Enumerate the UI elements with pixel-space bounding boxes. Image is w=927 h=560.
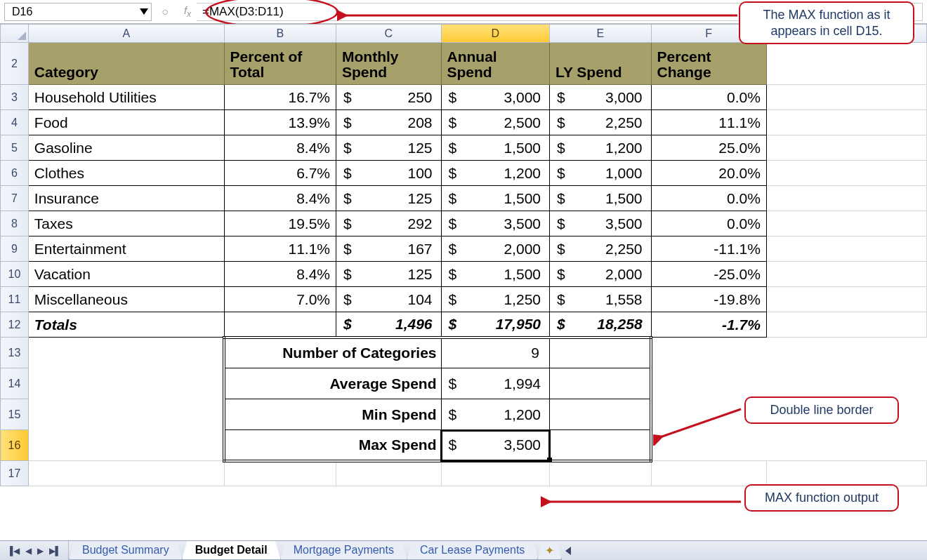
cell-A17[interactable] <box>28 461 224 486</box>
select-all-corner[interactable] <box>1 25 29 43</box>
cell-B9[interactable]: 11.1% <box>224 236 336 262</box>
cell-B11[interactable]: 7.0% <box>224 287 336 312</box>
cell-E6[interactable]: $1,000 <box>550 161 652 186</box>
tab-nav-prev-icon[interactable]: ◀ <box>24 546 33 556</box>
cell-A16[interactable] <box>28 430 224 461</box>
row-header-2[interactable]: 2 <box>1 43 29 85</box>
cell-A13[interactable] <box>28 338 224 368</box>
cell-G3[interactable] <box>766 85 926 110</box>
cell-BC16[interactable]: Max Spend <box>224 430 441 461</box>
cell-C6[interactable]: $100 <box>336 161 442 186</box>
cell-E3[interactable]: $3,000 <box>550 85 652 110</box>
cell-D2[interactable]: Annual Spend <box>441 43 549 85</box>
cell-B12[interactable] <box>224 312 336 338</box>
cell-A6[interactable]: Clothes <box>28 161 224 186</box>
row-header-5[interactable]: 5 <box>1 135 29 161</box>
cell-C12[interactable]: $1,496 <box>336 312 442 338</box>
cell-G8[interactable] <box>766 211 926 236</box>
cell-B5[interactable]: 8.4% <box>224 135 336 161</box>
cell-F5[interactable]: 25.0% <box>651 135 766 161</box>
cell-A9[interactable]: Entertainment <box>28 236 224 262</box>
cell-D3[interactable]: $3,000 <box>441 85 549 110</box>
cell-G9[interactable] <box>766 236 926 262</box>
spreadsheet-grid[interactable]: A B C D E F 2 Category Percent of Total … <box>0 24 927 540</box>
cell-C4[interactable]: $208 <box>336 110 442 135</box>
col-header-C[interactable]: C <box>336 25 442 43</box>
cell-G5[interactable] <box>766 135 926 161</box>
cell-E14[interactable] <box>550 368 652 399</box>
cell-C5[interactable]: $125 <box>336 135 442 161</box>
row-header-4[interactable]: 4 <box>1 110 29 135</box>
cell-C17[interactable] <box>336 461 442 486</box>
row-header-11[interactable]: 11 <box>1 287 29 312</box>
scroll-left-icon[interactable] <box>565 547 571 555</box>
cell-A7[interactable]: Insurance <box>28 186 224 211</box>
cell-E16[interactable] <box>550 430 652 461</box>
cell-G16[interactable] <box>766 430 926 461</box>
row-header-16[interactable]: 16 <box>1 430 29 461</box>
cell-E8[interactable]: $3,500 <box>550 211 652 236</box>
name-box[interactable]: D16 <box>4 3 152 21</box>
cell-B4[interactable]: 13.9% <box>224 110 336 135</box>
cell-B2[interactable]: Percent of Total <box>224 43 336 85</box>
sheet-tab-mortgage-payments[interactable]: Mortgage Payments <box>280 541 407 560</box>
row-header-9[interactable]: 9 <box>1 236 29 262</box>
tab-nav-buttons[interactable]: ▐◀ ◀ ▶ ▶▌ <box>0 541 69 560</box>
cell-E17[interactable] <box>550 461 652 486</box>
cell-F7[interactable]: 0.0% <box>651 186 766 211</box>
cell-A10[interactable]: Vacation <box>28 262 224 287</box>
row-header-7[interactable]: 7 <box>1 186 29 211</box>
tab-nav-last-icon[interactable]: ▶▌ <box>48 546 63 556</box>
cell-E7[interactable]: $1,500 <box>550 186 652 211</box>
cell-D14[interactable]: $1,994 <box>441 368 549 399</box>
cell-D11[interactable]: $1,250 <box>441 287 549 312</box>
row-header-12[interactable]: 12 <box>1 312 29 338</box>
cell-D7[interactable]: $1,500 <box>441 186 549 211</box>
cell-E10[interactable]: $2,000 <box>550 262 652 287</box>
cell-C11[interactable]: $104 <box>336 287 442 312</box>
cell-G12[interactable] <box>766 312 926 338</box>
cell-D12[interactable]: $17,950 <box>441 312 549 338</box>
cell-G13[interactable] <box>766 338 926 368</box>
fx-button[interactable]: fx <box>178 3 197 21</box>
cell-F12[interactable]: -1.7% <box>651 312 766 338</box>
cell-A12[interactable]: Totals <box>28 312 224 338</box>
cell-F2[interactable]: Percent Change <box>651 43 766 85</box>
cell-BC13[interactable]: Number of Categories <box>224 338 441 368</box>
tab-nav-next-icon[interactable]: ▶ <box>36 546 45 556</box>
cell-F17[interactable] <box>651 461 766 486</box>
row-header-8[interactable]: 8 <box>1 211 29 236</box>
cell-D16[interactable]: $3,500 <box>441 430 549 461</box>
cell-C7[interactable]: $125 <box>336 186 442 211</box>
cell-G10[interactable] <box>766 262 926 287</box>
cell-E15[interactable] <box>550 399 652 430</box>
cell-D10[interactable]: $1,500 <box>441 262 549 287</box>
cell-G6[interactable] <box>766 161 926 186</box>
cell-D5[interactable]: $1,500 <box>441 135 549 161</box>
col-header-D[interactable]: D <box>441 25 549 43</box>
cell-B8[interactable]: 19.5% <box>224 211 336 236</box>
cell-G7[interactable] <box>766 186 926 211</box>
cell-A2[interactable]: Category <box>28 43 224 85</box>
cell-E4[interactable]: $2,250 <box>550 110 652 135</box>
cell-B10[interactable]: 8.4% <box>224 262 336 287</box>
cell-A15[interactable] <box>28 399 224 430</box>
col-header-E[interactable]: E <box>550 25 652 43</box>
cell-B3[interactable]: 16.7% <box>224 85 336 110</box>
col-header-A[interactable]: A <box>28 25 224 43</box>
cell-A3[interactable]: Household Utilities <box>28 85 224 110</box>
cell-A14[interactable] <box>28 368 224 399</box>
row-header-10[interactable]: 10 <box>1 262 29 287</box>
cell-E13[interactable] <box>550 338 652 368</box>
cell-F6[interactable]: 20.0% <box>651 161 766 186</box>
sheet-tab-car-lease-payments[interactable]: Car Lease Payments <box>407 541 538 560</box>
cell-A11[interactable]: Miscellaneous <box>28 287 224 312</box>
row-header-17[interactable]: 17 <box>1 461 29 486</box>
cell-D17[interactable] <box>441 461 549 486</box>
cell-F10[interactable]: -25.0% <box>651 262 766 287</box>
tab-nav-first-icon[interactable]: ▐◀ <box>6 546 21 556</box>
cell-BC14[interactable]: Average Spend <box>224 368 441 399</box>
cell-F11[interactable]: -19.8% <box>651 287 766 312</box>
cell-F4[interactable]: 11.1% <box>651 110 766 135</box>
cell-D8[interactable]: $3,500 <box>441 211 549 236</box>
